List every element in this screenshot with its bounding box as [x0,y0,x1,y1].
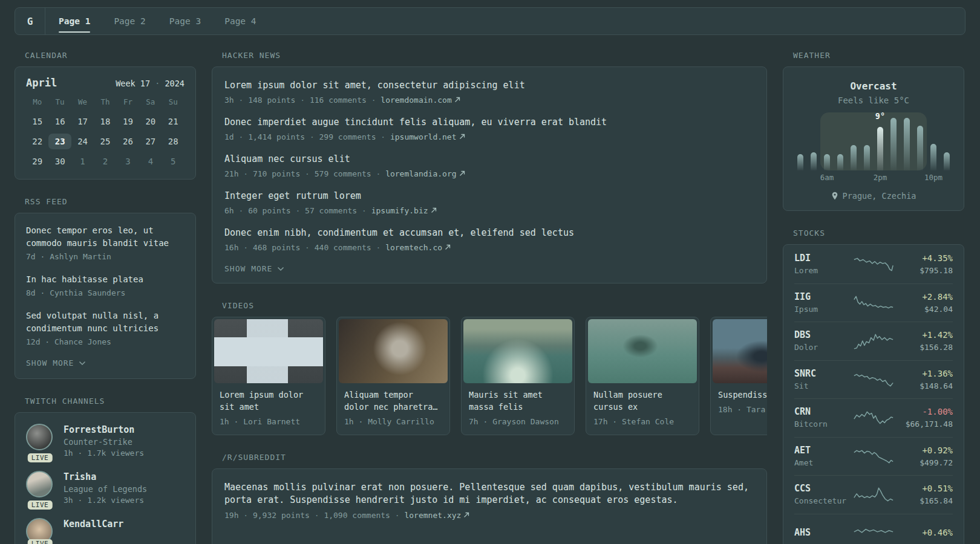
rss-item-meta: 8d · Cynthia Saunders [26,288,185,299]
news-item[interactable]: Integer eget rutrum lorem6h · 60 points … [224,190,754,216]
news-domain-link[interactable]: loremdomain.com [381,96,451,105]
channel-name[interactable]: ForrestBurton [64,424,144,436]
channel-info: ForrestBurtonCounter-Strike1h · 1.7k vie… [64,424,144,459]
video-meta: 17h · Stefan Cole [593,416,691,427]
stock-name: Lorem [794,265,854,276]
news-title[interactable]: Aliquam nec cursus elit [224,153,754,166]
video-thumbnail[interactable] [339,319,448,383]
calendar-day: 2 [94,154,116,169]
video-card[interactable]: Suspendisse diam18h · Tara [710,317,767,435]
stock-row[interactable]: DBSDolor+1.42%$156.28 [794,322,953,360]
meta-separator-dot: · [390,511,404,520]
news-title[interactable]: Integer eget rutrum lorem [224,190,754,202]
meta-separator-dot: · [238,511,252,520]
video-thumbnail[interactable] [713,319,767,383]
calendar-day: 18 [94,114,116,129]
channel-name[interactable]: Trisha [64,471,147,483]
hackernews-show-more-button[interactable]: SHOW MORE [224,264,754,273]
video-card[interactable]: Nullam posuere cursus ex17h · Stefan Col… [586,317,699,435]
app-logo[interactable]: G [15,8,45,34]
channel-meta: 1h · 1.7k viewers [64,448,144,459]
weather-hour-labels: 6am2pm10pm [797,173,950,184]
reddit-post-title[interactable]: Maecenas mollis pulvinar erat non posuer… [224,481,754,507]
tab-page-4[interactable]: Page 4 [224,8,256,34]
calendar-day: 3 [117,154,139,169]
rss-item[interactable]: In hac habitasse platea8d · Cynthia Saun… [26,273,185,299]
news-stat: 468 points [253,243,300,252]
twitch-card: LIVEForrestBurtonCounter-Strike1h · 1.7k… [15,412,196,544]
reddit-post-meta: 19h · 9,932 points · 1,090 comments · lo… [224,510,754,521]
twitch-channel[interactable]: LIVETrishaLeague of Legends3h · 1.2k vie… [26,471,185,506]
rss-item[interactable]: Donec tempor eros leo, ut commodo mauris… [26,224,185,262]
reddit-post-time: 19h [224,511,238,520]
video-card[interactable]: Lorem ipsum dolor sit amet consectetu…1h… [212,317,325,435]
reddit-post[interactable]: Maecenas mollis pulvinar erat non posuer… [224,481,754,521]
video-thumbnail[interactable] [463,319,572,383]
news-title[interactable]: Lorem ipsum dolor sit amet, consectetur … [224,79,754,92]
videos-section-label: VIDEOS [222,301,767,310]
weather-hour-bar [890,118,897,170]
sparkline-chart [854,447,893,465]
stock-row[interactable]: SNRCSit+1.36%$148.64 [794,360,953,399]
video-card[interactable]: Mauris sit amet massa felis7h · Grayson … [461,317,575,435]
news-domain-link[interactable]: loremtech.co [385,243,442,252]
news-domain-link[interactable]: ipsumworld.net [390,132,457,141]
twitch-channel[interactable]: LIVEForrestBurtonCounter-Strike1h · 1.7k… [26,424,185,459]
news-domain-link[interactable]: loremlandia.org [385,169,456,178]
stock-ticker: AHS [794,526,854,539]
stock-values: +1.42%$156.28 [893,329,953,353]
rss-item-title[interactable]: In hac habitasse platea [26,273,185,286]
news-item[interactable]: Donec imperdiet augue tincidunt felis al… [224,116,754,143]
calendar-day: 24 [71,134,94,149]
calendar-weekday: Tu [48,96,71,108]
stock-row[interactable]: CRNBitcorn-1.00%$66,171.48 [794,398,953,437]
rss-show-more-button[interactable]: SHOW MORE [26,358,185,368]
avatar: LIVE [26,471,54,506]
news-title[interactable]: Donec imperdiet augue tincidunt felis al… [224,116,754,129]
stock-row[interactable]: LDILorem+4.35%$795.18 [794,245,953,283]
news-domain-link[interactable]: ipsumify.biz [371,206,428,215]
reddit-card: Maecenas mollis pulvinar erat non posuer… [212,468,767,544]
video-thumbnail[interactable] [588,319,697,383]
rss-item-title[interactable]: Sed volutpat nulla nisl, a condimentum n… [26,309,185,335]
chevron-down-icon [79,361,86,366]
news-time: 16h [224,243,238,252]
video-thumbnail[interactable] [214,319,323,383]
weather-widget: WEATHER Overcast Feels like 5°C 9° 6am2p… [783,51,964,211]
video-title[interactable]: Mauris sit amet massa felis [469,389,567,413]
chevron-down-icon [277,267,284,271]
tab-page-3[interactable]: Page 3 [169,8,201,34]
stocks-card: LDILorem+4.35%$795.18IIGIpsum+2.84%$42.0… [783,244,964,544]
stock-row[interactable]: IIGIpsum+2.84%$42.04 [794,283,953,322]
stock-row[interactable]: CCSConsectetur+0.51%$165.84 [794,475,953,514]
rss-show-more-label: SHOW MORE [26,358,74,368]
rss-item[interactable]: Sed volutpat nulla nisl, a condimentum n… [26,309,185,348]
video-meta: 1h · Molly Carrillo [344,416,442,427]
stock-row[interactable]: AETAmet+0.92%$499.72 [794,437,953,476]
stocks-widget: STOCKS LDILorem+4.35%$795.18IIGIpsum+2.8… [783,228,964,544]
twitch-channel[interactable]: LIVEKendallCarr [26,518,185,544]
video-title[interactable]: Suspendisse diam [718,389,767,401]
calendar-day: 29 [26,154,48,169]
channel-name[interactable]: KendallCarr [64,518,123,530]
video-meta: 18h · Tara [718,404,767,415]
stock-sparkline [854,524,893,542]
channel-game: Counter-Strike [64,436,144,448]
reddit-post-domain-link[interactable]: loremnet.xyz [404,511,461,520]
news-item[interactable]: Lorem ipsum dolor sit amet, consectetur … [224,79,754,106]
tab-page-2[interactable]: Page 2 [114,8,145,34]
news-item[interactable]: Aliquam nec cursus elit21h · 710 points … [224,153,754,180]
external-link-icon [459,134,465,140]
rss-item-title[interactable]: Donec tempor eros leo, ut commodo mauris… [26,224,185,250]
calendar-month: April [26,77,57,89]
video-title[interactable]: Aliquam tempor dolor nec pharetra… [344,389,442,413]
news-item[interactable]: Donec enim nibh, condimentum et accumsan… [224,227,754,253]
video-title[interactable]: Lorem ipsum dolor sit amet consectetu… [220,389,318,413]
video-card[interactable]: Aliquam tempor dolor nec pharetra…1h · M… [336,317,450,435]
news-stat: 60 points [248,206,290,215]
tab-page-1[interactable]: Page 1 [59,8,90,34]
video-title[interactable]: Nullam posuere cursus ex [593,389,691,413]
news-title[interactable]: Donec enim nibh, condimentum et accumsan… [224,227,754,239]
stock-row[interactable]: AHS+0.46% [794,514,953,544]
calendar-day: 4 [139,154,162,169]
